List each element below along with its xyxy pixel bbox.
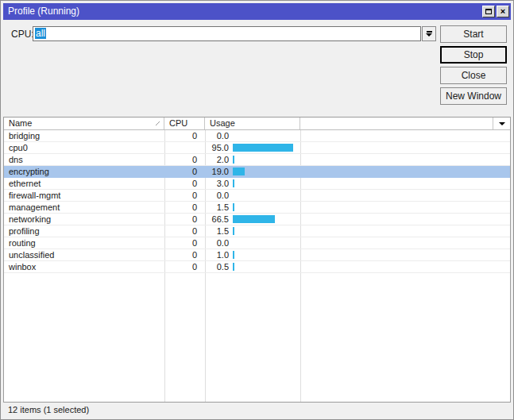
row-usage-cell: 0.0 <box>205 190 300 201</box>
row-name-cell: encrypting <box>4 166 164 177</box>
table-row[interactable]: ethernet 0 3.0 <box>4 178 510 190</box>
row-name-cell: bridging <box>4 130 164 141</box>
start-button[interactable]: Start <box>440 25 507 43</box>
new-window-button[interactable]: New Window <box>440 87 507 105</box>
row-cpu-cell: 0 <box>164 261 205 272</box>
usage-bar <box>233 144 293 152</box>
row-usage-cell: 95.0 <box>205 142 300 153</box>
sort-ascending-icon <box>155 121 160 126</box>
table-row[interactable]: routing 0 0.0 <box>4 237 510 249</box>
row-usage-cell: 1.0 <box>205 249 300 260</box>
dropdown-arrow-icon <box>427 31 432 33</box>
cpu-combobox-input[interactable]: all <box>33 26 421 41</box>
table-row[interactable]: encrypting 0 19.0 <box>4 166 510 178</box>
row-usage-cell: 2.0 <box>205 154 300 165</box>
table-row[interactable]: profiling 0 1.5 <box>4 225 510 237</box>
usage-value: 95.0 <box>205 142 229 153</box>
maximize-icon <box>485 9 492 14</box>
row-name-cell: ethernet <box>4 178 164 189</box>
table-row[interactable]: dns 0 2.0 <box>4 154 510 166</box>
usage-value: 1.5 <box>205 225 229 237</box>
row-name-cell: dns <box>4 154 164 165</box>
column-header-name[interactable]: Name <box>4 118 164 129</box>
status-text: 12 items (1 selected) <box>8 405 89 414</box>
window-close-button[interactable]: × <box>497 6 509 17</box>
usage-value: 2.0 <box>205 154 229 165</box>
row-usage-cell: 1.5 <box>205 225 300 237</box>
row-usage-cell: 66.5 <box>205 214 300 225</box>
usage-value: 0.0 <box>205 237 229 249</box>
table-row[interactable]: cpu0 95.0 <box>4 142 510 154</box>
status-bar: 12 items (1 selected) <box>4 404 510 416</box>
usage-bar <box>233 179 234 187</box>
row-name-cell: routing <box>4 237 164 249</box>
stop-button[interactable]: Stop <box>440 46 507 64</box>
column-header-filler <box>300 118 493 129</box>
row-cpu-cell: 0 <box>164 237 205 249</box>
column-header-usage[interactable]: Usage <box>205 118 300 129</box>
table-row[interactable]: winbox 0 0.5 <box>4 261 510 273</box>
usage-bar <box>233 156 234 164</box>
titlebar-buttons: × <box>482 6 509 17</box>
table-row[interactable]: firewall-mgmt 0 0.0 <box>4 190 510 202</box>
table-row[interactable]: networking 0 66.5 <box>4 214 510 225</box>
usage-value: 66.5 <box>205 214 229 225</box>
row-name-cell: winbox <box>4 261 164 272</box>
profile-window: Profile (Running) × CPU: all Start Stop … <box>0 0 514 420</box>
usage-bar <box>233 215 275 223</box>
row-cpu-cell: 0 <box>164 178 205 189</box>
row-name-cell: unclassified <box>4 249 164 260</box>
row-name-cell: profiling <box>4 225 164 237</box>
row-usage-cell: 0.5 <box>205 261 300 272</box>
cpu-label: CPU: <box>11 29 34 40</box>
close-icon: × <box>500 7 505 16</box>
title-bar: Profile (Running) × <box>3 3 511 20</box>
row-cpu-cell: 0 <box>164 249 205 260</box>
usage-value: 0.0 <box>205 130 229 141</box>
usage-bar <box>233 251 234 259</box>
row-name-cell: networking <box>4 214 164 225</box>
row-cpu-cell: 0 <box>164 225 205 237</box>
row-usage-cell: 19.0 <box>205 166 300 177</box>
row-cpu-cell <box>164 142 205 153</box>
row-usage-cell: 0.0 <box>205 130 300 141</box>
table-row[interactable]: bridging 0 0.0 <box>4 130 510 142</box>
row-name-cell: cpu0 <box>4 142 164 153</box>
usage-bar <box>233 227 234 235</box>
row-cpu-cell: 0 <box>164 202 205 213</box>
window-frame: Profile (Running) × CPU: all Start Stop … <box>0 0 514 420</box>
usage-value: 0.5 <box>205 261 229 272</box>
column-menu-button[interactable] <box>493 118 510 129</box>
table-row[interactable]: unclassified 0 1.0 <box>4 249 510 261</box>
usage-value: 0.0 <box>205 190 229 201</box>
usage-value: 3.0 <box>205 178 229 189</box>
usage-value: 19.0 <box>205 166 229 177</box>
row-usage-cell: 3.0 <box>205 178 300 189</box>
usage-bar <box>233 203 234 211</box>
row-usage-cell: 1.5 <box>205 202 300 213</box>
window-title: Profile (Running) <box>8 3 482 20</box>
usage-value: 1.0 <box>205 249 229 260</box>
usage-bar <box>233 168 245 175</box>
column-menu-icon <box>499 122 505 125</box>
row-cpu-cell: 0 <box>164 166 205 177</box>
close-button[interactable]: Close <box>440 67 507 84</box>
maximize-button[interactable] <box>482 6 495 17</box>
table-row[interactable]: management 0 1.5 <box>4 202 510 214</box>
row-usage-cell: 0.0 <box>205 237 300 249</box>
column-header-cpu[interactable]: CPU <box>164 118 205 129</box>
row-cpu-cell: 0 <box>164 190 205 201</box>
row-cpu-cell: 0 <box>164 214 205 225</box>
usage-value: 1.5 <box>205 202 229 213</box>
row-cpu-cell: 0 <box>164 130 205 141</box>
row-name-cell: management <box>4 202 164 213</box>
usage-bar <box>233 263 234 271</box>
cpu-combobox-value: all <box>35 28 46 39</box>
row-cpu-cell: 0 <box>164 154 205 165</box>
profile-table: Name CPU Usage bridging 0 0.0 <box>3 117 511 403</box>
row-name-cell: firewall-mgmt <box>4 190 164 201</box>
table-body: bridging 0 0.0 cpu0 95.0 dns 0 2.0 encry… <box>4 130 510 402</box>
cpu-combobox-dropdown-button[interactable] <box>422 26 436 41</box>
table-header: Name CPU Usage <box>4 118 510 130</box>
